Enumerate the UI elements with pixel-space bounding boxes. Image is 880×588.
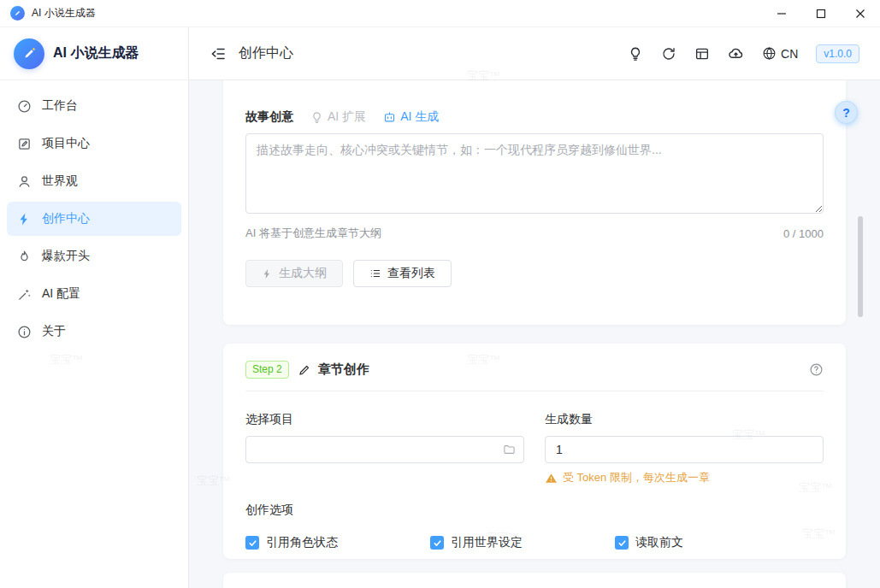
app-logo-icon [14,38,44,69]
project-label: 选择项目 [245,412,524,427]
checkbox-checked-icon [615,536,629,550]
about-icon [17,325,32,339]
view-list-label: 查看列表 [387,266,435,281]
question-circle-icon[interactable] [809,362,824,377]
maximize-button[interactable] [801,0,841,27]
language-switch[interactable]: CN [762,46,798,61]
checkbox-label: 引用世界设定 [451,535,523,550]
app-title: AI 小说生成器 [53,44,139,62]
globe-icon [762,46,777,61]
sidebar-logo-row: AI 小说生成器 [0,27,188,80]
content-area: 故事创意 AI 扩展 AI 生成 [189,80,880,588]
ai-card-icon [383,111,396,124]
project-select[interactable] [245,436,524,463]
char-counter: 0 / 1000 [783,227,824,240]
topbar: 创作中心 CN [189,27,880,80]
titlebar-left: AI 小说生成器 [0,6,96,21]
sidebar-item-label: 世界观 [42,173,78,189]
version-badge: v1.0.0 [816,44,859,63]
ai-expand-button[interactable]: AI 扩展 [310,109,366,125]
sidebar-item-label: AI 配置 [42,286,80,302]
window-title: AI 小说生成器 [32,6,96,21]
ai-expand-label: AI 扩展 [328,109,366,125]
warning-icon [545,472,558,485]
next-card-sliver [223,573,846,588]
view-list-button[interactable]: 查看列表 [353,260,452,287]
creation-icon [17,212,32,226]
page-title: 创作中心 [239,44,293,62]
lightning-icon [262,268,273,279]
sidebar-item-about[interactable]: 关于 [7,315,181,349]
checkbox-checked-icon [430,536,444,550]
sidebar-item-creation-center[interactable]: 创作中心 [7,202,181,236]
bulb-icon[interactable] [628,46,643,62]
step-badge: Step 2 [245,361,289,379]
help-fab-button[interactable]: ? [835,101,858,124]
list-icon [369,268,381,279]
sidebar-item-workbench[interactable]: 工作台 [7,89,181,123]
cloud-upload-icon[interactable] [728,45,744,62]
project-field: 选择项目 [245,412,524,485]
generate-outline-label: 生成大纲 [279,266,327,281]
sidebar-item-label: 关于 [42,324,66,339]
sidebar-item-label: 项目中心 [42,136,90,151]
dashboard-icon [17,99,32,114]
worldview-icon [17,174,32,189]
token-warning-text: 受 Token 限制，每次生成一章 [563,470,710,485]
count-input[interactable] [545,436,824,463]
minimize-button[interactable] [762,0,801,27]
sidebar-nav: 工作台 项目中心 世界观 创作中心 [0,80,188,361]
sidebar-item-label: 爆款开头 [42,249,90,264]
sidebar-item-label: 创作中心 [42,211,90,226]
sidebar-item-projects[interactable]: 项目中心 [7,126,181,161]
checkbox-cite-character-state[interactable]: 引用角色状态 [245,535,430,550]
story-idea-textarea[interactable] [245,133,824,214]
sidebar-item-hot-openings[interactable]: 爆款开头 [7,239,181,273]
story-idea-label: 故事创意 [245,109,293,125]
story-hint: AI 将基于创意生成章节大纲 [245,226,381,241]
story-idea-card: 故事创意 AI 扩展 AI 生成 [223,80,846,325]
checkbox-read-previous-text[interactable]: 读取前文 [615,535,800,550]
checkbox-checked-icon [245,536,259,550]
refresh-icon[interactable] [661,46,676,62]
checkbox-label: 引用角色状态 [266,535,338,550]
sidebar: AI 小说生成器 工作台 项目中心 世界观 [0,27,189,588]
chapter-creation-card: Step 2 章节创作 选择项目 [223,344,846,559]
generate-outline-button[interactable]: 生成大纲 [245,260,343,287]
project-icon [17,137,32,151]
sidebar-item-ai-config[interactable]: AI 配置 [7,277,181,311]
fire-icon [17,250,32,264]
titlebar: AI 小说生成器 [0,0,880,27]
count-field: 生成数量 受 Token 限制，每次生成一章 [545,412,824,485]
checkbox-label: 读取前文 [635,535,683,550]
ai-generate-label: AI 生成 [400,109,439,125]
checkbox-cite-world-setting[interactable]: 引用世界设定 [430,535,615,550]
count-label: 生成数量 [545,412,824,427]
ai-generate-button[interactable]: AI 生成 [383,109,439,125]
close-button[interactable] [841,0,880,27]
chapter-card-title: 章节创作 [318,362,369,378]
options-label: 创作选项 [245,503,824,518]
options-row: 引用角色状态 引用世界设定 读取前文 [245,535,824,550]
sidebar-fold-icon[interactable] [210,45,227,62]
table-icon[interactable] [694,46,710,62]
window-controls [762,0,880,27]
sidebar-item-label: 工作台 [42,98,78,114]
sidebar-item-worldview[interactable]: 世界观 [7,164,181,198]
pencil-icon [298,363,311,377]
scrollbar-thumb[interactable] [858,216,863,317]
language-label: CN [781,47,798,61]
bulb-icon [310,111,323,124]
config-icon [17,287,32,302]
app-logo-icon [10,6,25,21]
